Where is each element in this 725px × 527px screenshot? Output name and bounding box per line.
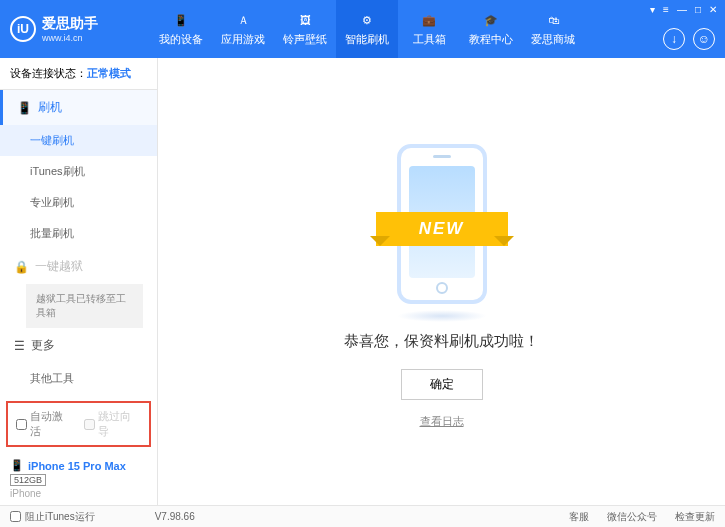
maximize-icon[interactable]: □ (695, 4, 701, 15)
minimize-icon[interactable]: — (677, 4, 687, 15)
footer-check-update[interactable]: 检查更新 (675, 510, 715, 524)
more-icon: ☰ (14, 339, 25, 353)
menu-one-click-flash[interactable]: 一键刷机 (0, 125, 157, 156)
nav-tabs: 📱我的设备 Ａ应用游戏 🖼铃声壁纸 ⚙智能刷机 💼工具箱 🎓教程中心 🛍爱思商城 (150, 0, 584, 58)
user-button[interactable]: ☺ (693, 28, 715, 50)
view-log-link[interactable]: 查看日志 (420, 414, 464, 429)
footer-wechat[interactable]: 微信公众号 (607, 510, 657, 524)
ok-button[interactable]: 确定 (401, 369, 483, 400)
checkbox-block-itunes[interactable]: 阻止iTunes运行 (10, 510, 95, 524)
success-message: 恭喜您，保资料刷机成功啦！ (344, 332, 539, 351)
device-info: 📱iPhone 15 Pro Max 512GB iPhone (0, 453, 157, 505)
device-type: iPhone (10, 488, 147, 499)
menu-download-firmware[interactable]: 下载固件 (0, 394, 157, 395)
logo-section: iU 爱思助手 www.i4.cn (10, 15, 150, 43)
tutorial-icon: 🎓 (482, 11, 500, 29)
flash-icon: ⚙ (358, 11, 376, 29)
device-name[interactable]: 📱iPhone 15 Pro Max (10, 459, 147, 472)
options-row: 自动激活 跳过向导 (6, 401, 151, 447)
phone-icon: 📱 (17, 101, 32, 115)
storage-badge: 512GB (10, 474, 46, 486)
store-icon: 🛍 (544, 11, 562, 29)
menu-icon[interactable]: ≡ (663, 4, 669, 15)
menu-group-more[interactable]: ☰更多 (0, 328, 157, 363)
download-button[interactable]: ↓ (663, 28, 685, 50)
footer: 阻止iTunes运行 V7.98.66 客服 微信公众号 检查更新 (0, 505, 725, 527)
lock-icon: 🔒 (14, 260, 29, 274)
device-icon: 📱 (172, 11, 190, 29)
menu-group-flash[interactable]: 📱刷机 (0, 90, 157, 125)
checkbox-auto-activate[interactable]: 自动激活 (16, 409, 74, 439)
sidebar: 设备连接状态：正常模式 📱刷机 一键刷机 iTunes刷机 专业刷机 批量刷机 … (0, 58, 158, 505)
new-ribbon: NEW (376, 212, 508, 246)
logo-icon: iU (10, 16, 36, 42)
nav-my-device[interactable]: 📱我的设备 (150, 0, 212, 58)
window-controls: ▾ ≡ — □ ✕ (650, 4, 717, 15)
menu-other-tools[interactable]: 其他工具 (0, 363, 157, 394)
wallpaper-icon: 🖼 (296, 11, 314, 29)
dropdown-icon[interactable]: ▾ (650, 4, 655, 15)
app-header: iU 爱思助手 www.i4.cn 📱我的设备 Ａ应用游戏 🖼铃声壁纸 ⚙智能刷… (0, 0, 725, 58)
main-content: NEW 恭喜您，保资料刷机成功啦！ 确定 查看日志 (158, 58, 725, 505)
connection-status: 设备连接状态：正常模式 (0, 58, 157, 90)
close-icon[interactable]: ✕ (709, 4, 717, 15)
jailbreak-note: 越狱工具已转移至工具箱 (26, 284, 143, 328)
menu-group-jailbreak[interactable]: 🔒一键越狱 (0, 249, 157, 284)
phone-illustration: NEW (382, 134, 502, 314)
nav-toolbox[interactable]: 💼工具箱 (398, 0, 460, 58)
menu-itunes-flash[interactable]: iTunes刷机 (0, 156, 157, 187)
version-label: V7.98.66 (155, 511, 195, 522)
nav-apps[interactable]: Ａ应用游戏 (212, 0, 274, 58)
footer-support[interactable]: 客服 (569, 510, 589, 524)
phone-small-icon: 📱 (10, 459, 24, 472)
app-url: www.i4.cn (42, 33, 98, 43)
menu-pro-flash[interactable]: 专业刷机 (0, 187, 157, 218)
nav-ringtones[interactable]: 🖼铃声壁纸 (274, 0, 336, 58)
nav-flash[interactable]: ⚙智能刷机 (336, 0, 398, 58)
app-name: 爱思助手 (42, 15, 98, 33)
checkbox-skip-wizard[interactable]: 跳过向导 (84, 409, 142, 439)
toolbox-icon: 💼 (420, 11, 438, 29)
nav-store[interactable]: 🛍爱思商城 (522, 0, 584, 58)
menu-batch-flash[interactable]: 批量刷机 (0, 218, 157, 249)
apps-icon: Ａ (234, 11, 252, 29)
nav-tutorials[interactable]: 🎓教程中心 (460, 0, 522, 58)
